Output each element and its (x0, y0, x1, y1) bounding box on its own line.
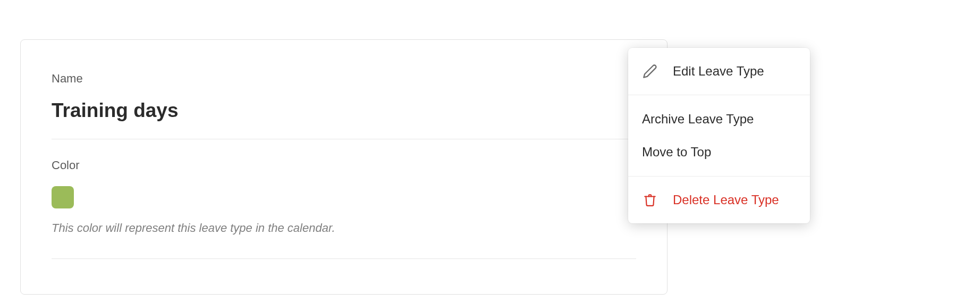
trash-icon (642, 192, 658, 208)
menu-item-label: Delete Leave Type (673, 193, 779, 207)
name-field: Name Training days (52, 72, 636, 122)
menu-item-label: Edit Leave Type (673, 64, 764, 79)
name-value: Training days (52, 99, 636, 122)
pencil-icon (642, 63, 658, 79)
menu-section: Archive Leave Type Move to Top (628, 95, 810, 176)
color-label: Color (52, 158, 636, 172)
leave-type-card: Name Training days Color This color will… (20, 39, 668, 295)
menu-item-edit[interactable]: Edit Leave Type (628, 48, 810, 95)
color-help-text: This color will represent this leave typ… (52, 221, 636, 235)
menu-item-delete[interactable]: Delete Leave Type (628, 177, 810, 223)
menu-item-archive[interactable]: Archive Leave Type (628, 103, 810, 136)
menu-item-label: Archive Leave Type (642, 112, 754, 127)
color-swatch[interactable] (52, 186, 74, 208)
name-label: Name (52, 72, 636, 86)
color-field: Color This color will represent this lea… (52, 158, 636, 235)
actions-menu: Edit Leave Type Archive Leave Type Move … (628, 48, 810, 223)
menu-item-move-top[interactable]: Move to Top (628, 136, 810, 169)
divider (52, 258, 636, 259)
menu-item-label: Move to Top (642, 145, 711, 160)
divider (52, 139, 636, 139)
